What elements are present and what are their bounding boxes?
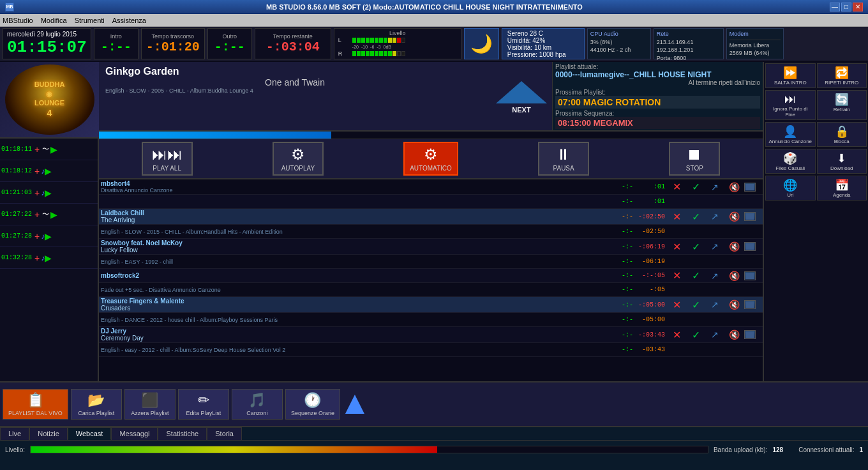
livello-label: Livello [338, 30, 457, 36]
ripeti-intro-button[interactable]: 🔁 RIPETI INTRO [817, 63, 867, 88]
menu-assistenza[interactable]: Assistenza [112, 17, 146, 24]
tab-live[interactable]: Live [0, 427, 29, 440]
track-action-check-6[interactable]: ✓ [686, 329, 705, 341]
salta-intro-button[interactable]: ⏩ SALTA INTRO [765, 63, 816, 88]
download-button[interactable]: ⬇ Download [817, 149, 867, 174]
track-action-x-5[interactable]: ✕ [667, 299, 686, 311]
play-icon-2[interactable]: ▶ [45, 166, 52, 176]
tempo-trascorso-section: Tempo trascorso -:01:20 [141, 28, 205, 59]
track-action-speaker-1[interactable]: 🔇 [724, 182, 744, 192]
maximize-button[interactable]: □ [841, 3, 851, 11]
autoplay-button[interactable]: ⚙ AUTOPLAY [273, 142, 324, 176]
track-action-arrow-4[interactable]: ↗ [705, 271, 724, 281]
track-action-arrow-5[interactable]: ↗ [705, 299, 724, 310]
sidebar-playlist-row-4[interactable]: 01:27:22 + 〜 ▶ [0, 204, 98, 225]
track-info-col-5: Treasure Fingers & Malente Crusaders [99, 297, 603, 312]
play-all-button[interactable]: ⏭⏭ PLAY ALL [142, 142, 193, 176]
sidebar-add-3[interactable]: + [34, 188, 40, 198]
track-time-2a: -:- [603, 213, 635, 221]
sidebar-add-4[interactable]: + [34, 209, 40, 220]
track-action-x-1[interactable]: ✕ [667, 181, 686, 193]
track-action-speaker-6[interactable]: 🔇 [724, 330, 744, 340]
ignora-punto-button[interactable]: ⏭ Ignora Punto di Fine [765, 90, 816, 120]
sidebar-playlist-row-1[interactable]: 01:18:11 + 〜 ▶ [0, 139, 98, 160]
track-action-arrow-1[interactable]: ↗ [705, 182, 724, 192]
sidebar-playlist-row-2[interactable]: 01:18:12 + ♪ ▶ [0, 160, 98, 182]
play-icon-3[interactable]: ▶ [45, 188, 52, 198]
play-icon-4[interactable]: ▶ [50, 209, 57, 220]
menu-strumenti[interactable]: Strumenti [75, 17, 105, 24]
play-icon-5[interactable]: ▶ [45, 231, 52, 241]
banda-label: Banda upload (kb): [714, 446, 768, 453]
top-info-bar: mercoledì 29 luglio 2015 01:15:07 Intro … [0, 27, 868, 62]
weather-section: Sereno 28 C Umidità: 42% Visibilità: 10 … [502, 28, 585, 59]
track-action-speaker-3[interactable]: 🔇 [724, 241, 744, 252]
track-action-arrow-6[interactable]: ↗ [705, 330, 724, 340]
canzoni-button[interactable]: 🎵 Canzoni [232, 389, 283, 420]
ip2-value: 192.168.1.201 [657, 46, 721, 54]
tab-messaggi[interactable]: Messaggi [111, 427, 158, 440]
automatico-button[interactable]: ⚙ AUTOMATICO [403, 142, 458, 176]
track-action-speaker-4[interactable]: 🔇 [724, 271, 744, 281]
track-action-speaker-2[interactable]: 🔇 [724, 211, 744, 222]
sidebar-playlist-row-6[interactable]: 01:32:28 + ♪ ▶ [0, 247, 98, 269]
track-info-col-2: Laidback Chill The Arriving [99, 209, 603, 224]
sidebar-playlist-row-5[interactable]: 01:27:28 + ♪ ▶ [0, 225, 98, 247]
sequenze-orarie-button[interactable]: 🕐 Sequenze Orarie [285, 389, 340, 420]
track-action-x-6[interactable]: ✕ [667, 329, 686, 341]
table-row-sub: -:- :01 [99, 195, 763, 209]
track-action-check-4[interactable]: ✓ [686, 269, 705, 282]
playlist-dal-vivo-button[interactable]: 📋 PLAYLIST DAL VIVO [3, 389, 68, 420]
tab-storia[interactable]: Storia [207, 427, 242, 440]
refrain-icon: 🔄 [835, 93, 849, 107]
blocca-button[interactable]: 🔒 Blocca [817, 122, 867, 147]
sidebar-add-6[interactable]: + [34, 253, 40, 263]
sidebar-add-1[interactable]: + [34, 144, 40, 155]
url-button[interactable]: 🌐 Url [765, 176, 816, 201]
track-action-check-1[interactable]: ✓ [686, 181, 705, 193]
R-label: R [338, 50, 351, 57]
track-action-arrow-3[interactable]: ↗ [705, 241, 724, 252]
track-action-check-2[interactable]: ✓ [686, 211, 705, 223]
track-action-speaker-5[interactable]: 🔇 [724, 299, 744, 310]
track-time-2b: -:02:50 [635, 213, 667, 221]
files-casuali-button[interactable]: 🎲 Files Casuali [765, 149, 816, 174]
sidebar-add-5[interactable]: + [34, 231, 40, 241]
refrain-button[interactable]: 🔄 Refrain [817, 90, 867, 120]
track-action-x-2[interactable]: ✕ [667, 211, 686, 223]
minimize-button[interactable]: — [830, 3, 840, 11]
tab-webcast[interactable]: Webcast [68, 427, 112, 440]
edita-playlist-icon: ✏ [198, 392, 209, 409]
carica-playlist-button[interactable]: 📂 Carica Playlist [71, 389, 122, 420]
play-icon-6[interactable]: ▶ [45, 253, 52, 263]
edita-playlist-button[interactable]: ✏ Edita PlayList [178, 389, 229, 420]
agenda-button[interactable]: 📅 Agenda [817, 176, 867, 201]
play-icon-1[interactable]: ▶ [50, 144, 57, 155]
close-button[interactable]: ✕ [853, 3, 863, 11]
track-action-arrow-2[interactable]: ↗ [705, 211, 724, 222]
annuncio-canzone-button[interactable]: 👤 Annuncio Canzone [765, 122, 816, 147]
pausa-label: PAUSA [553, 165, 574, 172]
annuncio-icon: 👤 [783, 125, 797, 139]
upload-arrow-icon[interactable] [345, 395, 364, 414]
playlist-dal-vivo-icon: 📋 [27, 392, 44, 409]
next-up-arrow[interactable] [496, 81, 547, 103]
menu-modifica[interactable]: Modifica [41, 17, 67, 24]
stop-button[interactable]: ⏹ STOP [669, 142, 720, 176]
transport-controls: ⏭⏭ PLAY ALL ⚙ AUTOPLAY ⚙ AUTOMATICO ⏸ PA… [99, 139, 763, 179]
outro-value: -:-- [212, 40, 248, 54]
track-action-check-3[interactable]: ✓ [686, 241, 705, 253]
tab-statistiche[interactable]: Statistiche [158, 427, 207, 440]
menu-mbstudio[interactable]: MBStudio [3, 17, 33, 24]
track-time-2c: -:- [603, 227, 635, 236]
sidebar-add-2[interactable]: + [34, 166, 40, 176]
track-action-x-3[interactable]: ✕ [667, 241, 686, 253]
progress-bar-container[interactable] [99, 132, 763, 139]
azzera-playlist-button[interactable]: ⬛ Azzera Playlist [124, 389, 176, 420]
pausa-button[interactable]: ⏸ PAUSA [538, 142, 589, 176]
track-action-check-5[interactable]: ✓ [686, 299, 705, 311]
tab-notizie[interactable]: Notizie [29, 427, 68, 440]
sidebar-playlist-row-3[interactable]: 01:21:03 + ♪ ▶ [0, 182, 98, 204]
track-action-x-4[interactable]: ✕ [667, 269, 686, 282]
memoria-label: Memoria Libera [730, 42, 781, 50]
